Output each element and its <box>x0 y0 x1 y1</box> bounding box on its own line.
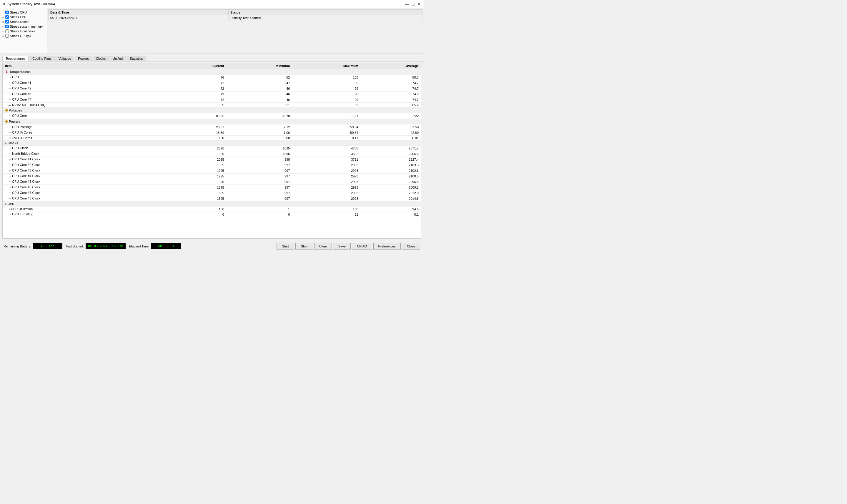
row-maximum-4: 98 <box>292 91 360 97</box>
tab-clocks[interactable]: Clocks <box>93 56 109 61</box>
row-name-16: 〜 CPU Core #1 Clock <box>3 157 169 162</box>
row-name-21: 〜 CPU Core #6 Clock <box>3 185 169 191</box>
row-minimum-3: 46 <box>227 86 292 91</box>
minimize-button[interactable]: — <box>405 2 410 6</box>
row-name-5: 〜 CPU Core #4 <box>3 97 169 103</box>
table-row: 〜 CPU Core #6 Clock189599729932009.2 <box>3 185 421 191</box>
checkbox-input-stress_local_disks[interactable] <box>5 30 9 33</box>
table-row: 〜 CPU Throttling00210.1 <box>3 212 421 217</box>
row-current-15: 1995 <box>169 151 227 157</box>
save-button[interactable]: Save <box>333 243 351 250</box>
test-started-value: 05.03.2024 8:26:30 <box>86 243 125 249</box>
table-row: ▬ NVMe MTFDKBA1T0Q...65516965.2 <box>3 103 421 108</box>
category-row: ≈ CPU <box>3 201 421 206</box>
tab-powers[interactable]: Powers <box>75 56 92 61</box>
row-minimum-18: 997 <box>227 168 292 174</box>
data-section: Item Current Minimum Maximum Average 🌡 T… <box>2 63 421 239</box>
row-maximum-22: 2993 <box>292 191 360 196</box>
row-current-2: 72 <box>169 80 227 86</box>
preferences-button[interactable]: Preferences <box>373 243 401 250</box>
row-average-16: 2327.4 <box>361 157 421 162</box>
col-item: Item <box>3 63 169 69</box>
row-maximum-2: 99 <box>292 80 360 86</box>
tab-voltages[interactable]: Voltages <box>55 56 74 61</box>
log-table: Date & Time Status 05.03.2024 8:26:30Sta… <box>48 10 422 21</box>
row-average-17: 2103.3 <box>361 162 421 168</box>
row-name-22: 〜 CPU Core #7 Clock <box>3 191 169 196</box>
row-name-23: 〜 CPU Core #8 Clock <box>3 196 169 201</box>
table-row: 〜 CPU Core #2 Clock199599729932103.3 <box>3 162 421 168</box>
tab-statistics[interactable]: Statistics <box>126 56 146 61</box>
log-area: Date & Time Status 05.03.2024 8:26:30Sta… <box>47 8 424 54</box>
row-average-2: 74.7 <box>361 80 421 86</box>
wave-icon: 〜 <box>8 197 11 200</box>
tab-temperatures[interactable]: Temperatures <box>2 56 29 61</box>
left-panel: ≈Stress CPU≈Stress FPU≈Stress cache≈Stre… <box>0 8 47 54</box>
row-maximum-8: 1.127 <box>292 113 360 119</box>
table-row: 〜 CPU Package26.977.1259.9431.50 <box>3 124 421 130</box>
row-current-3: 72 <box>169 86 227 91</box>
category-row: ≈ Clocks <box>3 141 421 146</box>
log-header-datetime: Date & Time <box>49 10 229 15</box>
clear-button[interactable]: Clear <box>314 243 332 250</box>
start-button[interactable]: Start <box>276 243 294 250</box>
checkbox-input-stress_gpu[interactable] <box>5 34 9 38</box>
checkbox-item-stress_system_memory[interactable]: ≈Stress system memory <box>2 25 44 28</box>
maximize-button[interactable]: □ <box>411 2 415 6</box>
wave-icon: 〜 <box>8 131 11 134</box>
title-bar-controls: — □ ✕ <box>405 2 421 6</box>
checkbox-item-stress_local_disks[interactable]: ≈Stress local disks <box>2 30 44 33</box>
log-header-status: Status <box>228 10 422 15</box>
tab-cooling_fans[interactable]: Cooling Fans <box>29 56 55 61</box>
row-minimum-26: 0 <box>227 212 292 217</box>
close-window-button[interactable]: ✕ <box>417 2 421 6</box>
row-maximum-3: 99 <box>292 86 360 91</box>
row-average-15: 2206.6 <box>361 151 421 157</box>
checkbox-icon-stress_cpu: ≈ <box>2 11 4 14</box>
row-maximum-20: 2993 <box>292 179 360 185</box>
row-minimum-16: 998 <box>227 157 292 162</box>
stop-button[interactable]: Stop <box>295 243 313 250</box>
row-maximum-21: 2993 <box>292 185 360 191</box>
checkbox-input-stress_system_memory[interactable] <box>5 25 9 28</box>
col-average: Average <box>361 63 421 69</box>
row-maximum-6: 69 <box>292 103 360 108</box>
category-row: ⊕ Powers <box>3 119 421 124</box>
table-row: 〜 CPU Core #8 Clock189599729932014.8 <box>3 196 421 201</box>
checkbox-label-stress_cpu: Stress CPU <box>10 11 27 14</box>
checkbox-icon-stress_cache: ≈ <box>2 20 4 23</box>
table-row: 〜 CPU Core #373469874.9 <box>3 91 421 97</box>
checkbox-item-stress_gpu[interactable]: ≈Stress GPU(s) <box>2 34 44 38</box>
row-name-18: 〜 CPU Core #3 Clock <box>3 168 169 174</box>
bottom-bar: Remaining Battery: AC Line Test Started:… <box>0 240 424 252</box>
row-name-4: 〜 CPU Core #3 <box>3 91 169 97</box>
checkbox-input-stress_fpu[interactable] <box>5 15 9 19</box>
row-minimum-25: 1 <box>227 206 292 212</box>
checkbox-icon-stress_local_disks: ≈ <box>2 30 4 33</box>
close-button[interactable]: Close <box>402 243 420 250</box>
table-row: ▪ CPU GT Cores0.000.000.170.01 <box>3 136 421 141</box>
checkbox-item-stress_fpu[interactable]: ≈Stress FPU <box>2 15 44 19</box>
row-maximum-12: 0.17 <box>292 136 360 141</box>
cpuid-button[interactable]: CPUID <box>352 243 372 250</box>
checkbox-item-stress_cpu[interactable]: ≈Stress CPU <box>2 11 44 14</box>
row-maximum-19: 2993 <box>292 174 360 179</box>
category-spacer-24 <box>169 201 421 206</box>
checkbox-label-stress_fpu: Stress FPU <box>10 15 26 19</box>
row-average-11: 22.80 <box>361 130 421 136</box>
row-minimum-10: 7.12 <box>227 124 292 130</box>
row-name-6: ▬ NVMe MTFDKBA1T0Q... <box>3 103 169 108</box>
checkbox-icon-stress_fpu: ≈ <box>2 16 4 19</box>
cpu-icon: ≈ <box>5 202 7 206</box>
col-maximum: Maximum <box>292 63 360 69</box>
thermometer-icon: 🌡 <box>5 70 8 74</box>
checkbox-input-stress_cpu[interactable] <box>5 11 9 14</box>
row-current-19: 1995 <box>169 174 227 179</box>
battery-info: Remaining Battery: AC Line <box>3 243 62 249</box>
wave-icon: 〜 <box>8 213 11 216</box>
checkbox-item-stress_cache[interactable]: ≈Stress cache <box>2 20 44 23</box>
checkbox-input-stress_cache[interactable] <box>5 20 9 23</box>
row-name-1: 〜 CPU <box>3 75 169 80</box>
tab-unified[interactable]: Unified <box>109 56 126 61</box>
row-name-25: ⌖ CPU Utilization <box>3 206 169 212</box>
